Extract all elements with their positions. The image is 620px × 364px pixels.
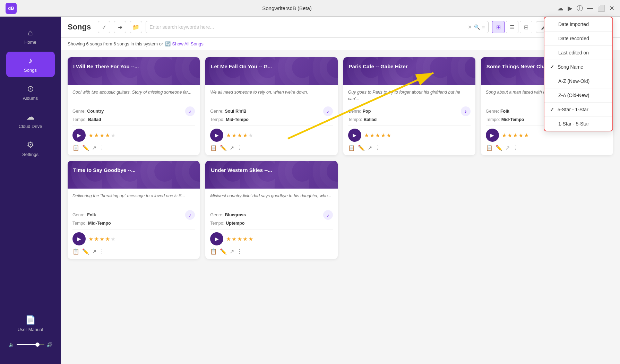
volume-control[interactable]: 🔈 🔊: [5, 339, 57, 350]
info-icon[interactable]: ⓘ: [577, 4, 583, 12]
song-card: Under Western Skies --... Midwest countr…: [205, 161, 337, 259]
song-meta: Genre: Country ♪ Tempo: Ballad: [72, 106, 195, 122]
edit-icon[interactable]: ✏️: [496, 145, 502, 151]
cloud-icon[interactable]: ☁: [557, 5, 563, 12]
minimize-button[interactable]: —: [587, 5, 593, 12]
play-button[interactable]: ▶: [210, 129, 223, 142]
star-full: ★: [100, 236, 104, 242]
play-button[interactable]: ▶: [210, 232, 223, 245]
more-icon[interactable]: ⋮: [513, 145, 518, 151]
edit-icon[interactable]: ✏️: [82, 145, 89, 151]
more-icon[interactable]: ⋮: [99, 248, 105, 255]
notes-icon[interactable]: 📋: [72, 248, 79, 255]
song-notes-icon[interactable]: ♪: [323, 210, 333, 220]
share-icon[interactable]: ↗: [505, 145, 510, 151]
share-icon[interactable]: ↗: [92, 248, 96, 255]
song-notes-icon[interactable]: ♪: [323, 106, 333, 116]
manual-icon: 📄: [25, 315, 36, 325]
notes-icon[interactable]: 📋: [72, 145, 79, 151]
arrow-button[interactable]: ➜: [114, 21, 126, 33]
app-logo: dB: [6, 3, 17, 14]
tempo-value: Mid-Tempo: [501, 117, 524, 122]
more-icon[interactable]: ⋮: [237, 145, 242, 151]
song-action-icons: 📋 ✏️ ↗ ⋮: [348, 142, 471, 151]
song-card-header: Paris Cafe -- Gabe Hizer: [343, 57, 475, 85]
edit-icon[interactable]: ✏️: [358, 145, 365, 151]
table-view-button[interactable]: ⊟: [520, 21, 532, 33]
search-bar[interactable]: Enter search keywords here... ✕ 🔍 ≡: [146, 21, 489, 33]
more-icon[interactable]: ⋮: [237, 248, 242, 255]
app-container: ⌂ Home ♪ Songs ⊙ Albums ☁ Cloud Drive ⚙ …: [0, 17, 620, 364]
star-full: ★: [88, 236, 93, 242]
page-title: Songs: [68, 23, 91, 32]
song-card-header: Let Me Fall On You -- G...: [205, 57, 337, 85]
sidebar-item-settings[interactable]: ⚙ Settings: [6, 136, 55, 161]
edit-icon[interactable]: ✏️: [82, 248, 89, 255]
notes-icon[interactable]: 📋: [486, 145, 493, 151]
sort-option-date-recorded[interactable]: Date recorded: [544, 32, 612, 46]
sidebar-item-manual[interactable]: 📄 User Manual: [6, 311, 55, 336]
share-icon[interactable]: ↗: [92, 145, 96, 151]
sort-option-last-edited[interactable]: Last edited on: [544, 46, 612, 60]
sidebar: ⌂ Home ♪ Songs ⊙ Albums ☁ Cloud Drive ⚙ …: [0, 17, 61, 364]
play-icon[interactable]: ▶: [568, 5, 572, 12]
song-card-body: Delivering the "breaking up" message to …: [68, 189, 200, 259]
tempo-value: Uptempo: [226, 221, 244, 226]
song-action-icons: 📋 ✏️ ↗ ⋮: [72, 142, 195, 151]
sidebar-item-cloud[interactable]: ☁ Cloud Drive: [6, 108, 55, 133]
sort-option-song-name[interactable]: Song Name: [544, 60, 612, 74]
more-icon[interactable]: ⋮: [375, 145, 380, 151]
star-full: ★: [381, 132, 386, 139]
play-button[interactable]: ▶: [72, 129, 86, 142]
song-notes-icon[interactable]: ♪: [185, 106, 195, 116]
sidebar-item-albums[interactable]: ⊙ Albums: [6, 80, 55, 105]
song-notes-icon[interactable]: ♪: [185, 210, 195, 220]
show-all-songs-link[interactable]: 🔄 Show All Songs: [165, 41, 203, 46]
search-icon[interactable]: 🔍: [474, 24, 480, 30]
folder-button[interactable]: 📁: [130, 21, 142, 33]
sort-option-5star-1star[interactable]: 5-Star - 1-Star: [544, 103, 612, 117]
notes-icon[interactable]: 📋: [348, 145, 355, 151]
song-title: Let Me Fall On You -- G...: [211, 63, 332, 69]
play-button[interactable]: ▶: [72, 232, 86, 245]
share-icon[interactable]: ↗: [368, 145, 372, 151]
check-button[interactable]: ✓: [98, 21, 110, 33]
sort-option-az-new-old[interactable]: A-Z (New-Old): [544, 74, 612, 88]
genre-label: Genre:: [486, 109, 499, 114]
restore-button[interactable]: ⬜: [597, 5, 605, 12]
song-notes-icon[interactable]: ♪: [461, 106, 471, 116]
star-half: ★: [248, 236, 253, 242]
volume-slider[interactable]: [17, 344, 44, 345]
sort-option-1star-5star[interactable]: 1-Star - 5-Star: [544, 117, 612, 131]
sort-option-date-imported[interactable]: Date imported: [544, 17, 612, 32]
clear-icon[interactable]: ✕: [468, 24, 472, 30]
close-button[interactable]: ✕: [609, 5, 614, 12]
play-button[interactable]: ▶: [348, 129, 361, 142]
star-full: ★: [386, 132, 391, 139]
notes-icon[interactable]: 📋: [210, 145, 217, 151]
sidebar-item-home[interactable]: ⌂ Home: [6, 24, 55, 49]
genre-value: Pop: [363, 109, 371, 114]
genre-row: Genre: Soul R'n'B ♪: [210, 106, 333, 116]
list-view-button[interactable]: ☰: [506, 21, 518, 33]
share-icon[interactable]: ↗: [230, 248, 234, 255]
star-rating: ★★★★★: [88, 236, 115, 242]
grid-view-button[interactable]: ⊞: [492, 21, 505, 33]
sidebar-bottom: 📄 User Manual 🔈 🔊: [0, 311, 61, 357]
song-meta: Genre: Bluegrass ♪ Tempo: Uptempo: [210, 210, 333, 226]
song-card-header: Time to Say Goodbye --...: [68, 161, 200, 189]
genre-value: Country: [87, 109, 104, 114]
more-icon[interactable]: ⋮: [99, 145, 105, 151]
edit-icon[interactable]: ✏️: [220, 248, 227, 255]
star-full: ★: [94, 236, 99, 242]
sort-option-za-old-new[interactable]: Z-A (Old-New): [544, 88, 612, 103]
star-full: ★: [507, 132, 512, 139]
edit-icon[interactable]: ✏️: [220, 145, 227, 151]
star-rating: ★★★★★: [364, 132, 391, 139]
genre-label: Genre:: [348, 109, 361, 114]
share-icon[interactable]: ↗: [230, 145, 234, 151]
play-button[interactable]: ▶: [486, 129, 499, 142]
filter-icon[interactable]: ≡: [482, 24, 485, 30]
sidebar-item-songs[interactable]: ♪ Songs: [6, 52, 55, 77]
notes-icon[interactable]: 📋: [210, 248, 217, 255]
